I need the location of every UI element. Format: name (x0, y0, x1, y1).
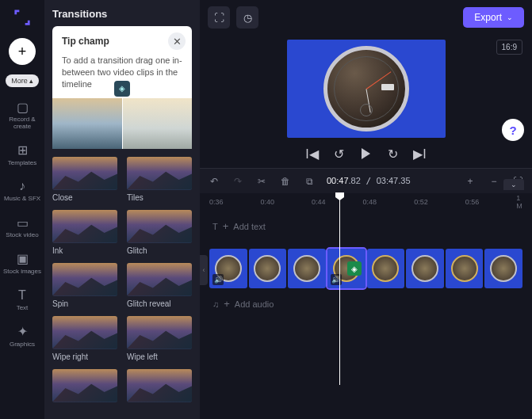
text-track[interactable]: T+Add text (209, 214, 522, 246)
ruler-tick: 0:44 (312, 198, 326, 206)
rail-stock-video[interactable]: ▭Stock video (0, 211, 44, 244)
video-clip[interactable] (446, 249, 484, 288)
film-icon: ▭ (15, 215, 29, 230)
video-clip[interactable] (484, 249, 522, 288)
grid-icon: ⊞ (15, 143, 29, 158)
stage: 16:9 I◀ ↺ ↻ ▶I (200, 35, 532, 168)
video-clip[interactable] (288, 249, 326, 288)
audio-track-icon: ♫ (212, 299, 219, 309)
video-clip[interactable]: 🔊 (209, 249, 247, 288)
transition-token-icon: ◈ (114, 81, 130, 97)
rail-stock-images[interactable]: ▣Stock images (0, 247, 44, 280)
panel-title: Transitions (52, 8, 192, 20)
transition-close[interactable]: Close (52, 157, 117, 202)
speaker-icon: 🔊 (212, 274, 224, 285)
ruler-tick: 0:48 (363, 198, 377, 206)
duplicate-button[interactable]: ⧉ (303, 176, 316, 187)
playback-controls: I◀ ↺ ↻ ▶I (306, 138, 427, 168)
undo-button[interactable]: ↶ (208, 176, 220, 187)
app-logo (11, 6, 33, 29)
transition-grid: Close Tiles Ink Glitch Spin Glitch revea… (52, 157, 192, 402)
top-toolbar: ⛶ ◷ Export⌄ (200, 0, 532, 35)
transition-extra[interactable] (52, 369, 117, 402)
transition-tiles[interactable]: Tiles (127, 157, 192, 202)
text-icon: T (15, 288, 29, 303)
forward-button[interactable]: ↻ (387, 147, 400, 160)
transition-glitch[interactable]: Glitch (127, 210, 192, 255)
zoom-in-button[interactable]: + (464, 176, 477, 187)
export-button[interactable]: Export⌄ (463, 7, 524, 28)
add-text-button[interactable]: T+Add text (209, 214, 522, 238)
camcorder-icon: ▢ (15, 100, 29, 114)
tip-title: Tip champ (62, 36, 182, 47)
tip-illustration: ◈ (52, 98, 192, 149)
timeline-toolbar: ↶ ↷ ✂ 🗑 ⧉ 00:47.82 / 03:47.35 + − ⛶ (200, 168, 532, 193)
rail-text[interactable]: TText (0, 284, 44, 317)
timeline[interactable]: T+Add text 🔊 🔊 ◈ ♫+Add audio (200, 211, 532, 419)
ruler-tick: 0:56 (465, 198, 480, 206)
ruler-tick: 0:40 (261, 198, 275, 206)
delete-button[interactable]: 🗑 (279, 176, 292, 187)
skip-start-button[interactable]: I◀ (306, 147, 319, 160)
tip-card: ✕ Tip champ To add a transition drag one… (52, 26, 192, 149)
video-track[interactable]: 🔊 🔊 ◈ (209, 249, 522, 288)
transition-glitch-reveal[interactable]: Glitch reveal (127, 263, 192, 308)
preview-video[interactable] (287, 40, 446, 138)
ruler-tick: 1 M (516, 194, 522, 210)
split-button[interactable]: ✂ (255, 176, 268, 187)
watch-face (323, 46, 409, 131)
transition-spin[interactable]: Spin (52, 263, 117, 308)
rail-music[interactable]: ♪Music & SFX (0, 174, 44, 208)
ruler-tick: 0:36 (209, 198, 224, 206)
sparkle-icon: ✦ (15, 325, 29, 339)
transition-wipe-right[interactable]: Wipe right (52, 316, 117, 361)
add-audio-button[interactable]: ♫+Add audio (209, 291, 522, 316)
tip-close-button[interactable]: ✕ (168, 32, 186, 50)
zoom-out-button[interactable]: − (488, 176, 500, 187)
video-clip[interactable] (249, 249, 287, 288)
aspect-ratio-button[interactable]: 16:9 (496, 40, 522, 55)
help-button[interactable]: ? (502, 119, 524, 141)
left-rail: + More▴ ▢Record & create ⊞Templates ♪Mus… (0, 0, 44, 419)
time-ruler[interactable]: 0:36 0:40 0:44 0:48 0:52 0:56 1 M (200, 193, 532, 211)
rewind-button[interactable]: ↺ (333, 147, 346, 160)
transition-marker-icon[interactable]: ◈ (347, 261, 362, 276)
skip-end-button[interactable]: ▶I (414, 147, 427, 160)
collapse-stage-button[interactable]: ⌄ (503, 179, 524, 190)
video-clip[interactable] (406, 249, 444, 288)
ruler-tick: 0:52 (414, 198, 428, 206)
more-pill[interactable]: More▴ (6, 74, 39, 87)
add-button[interactable]: + (9, 38, 36, 65)
transition-ink[interactable]: Ink (52, 210, 117, 255)
text-track-icon: T (212, 222, 218, 231)
audio-track[interactable]: ♫+Add audio (209, 291, 522, 323)
transition-wipe-left[interactable]: Wipe left (127, 316, 192, 361)
rail-templates[interactable]: ⊞Templates (0, 139, 44, 172)
transition-extra[interactable] (127, 369, 192, 402)
history-button[interactable]: ◷ (236, 6, 258, 29)
redo-button[interactable]: ↷ (232, 176, 244, 187)
main-area: ⛶ ◷ Export⌄ 16:9 I◀ ↺ ↻ ▶I ? ⌄ ↶ ↷ ✂ 🗑 ⧉… (200, 0, 532, 419)
transitions-panel: Transitions ✕ Tip champ To add a transit… (44, 0, 200, 419)
panel-collapse-handle[interactable]: ‹ (200, 255, 208, 285)
music-icon: ♪ (15, 179, 29, 193)
resize-button[interactable]: ⛶ (208, 6, 230, 29)
speaker-icon: 🔊 (331, 274, 342, 285)
rail-graphics[interactable]: ✦Graphics (0, 320, 44, 353)
time-display: 00:47.82 / 03:47.35 (327, 176, 411, 186)
play-button[interactable] (360, 147, 373, 160)
rail-record-create[interactable]: ▢Record & create (0, 95, 44, 135)
image-icon: ▣ (15, 252, 29, 266)
video-clip[interactable] (367, 249, 405, 288)
